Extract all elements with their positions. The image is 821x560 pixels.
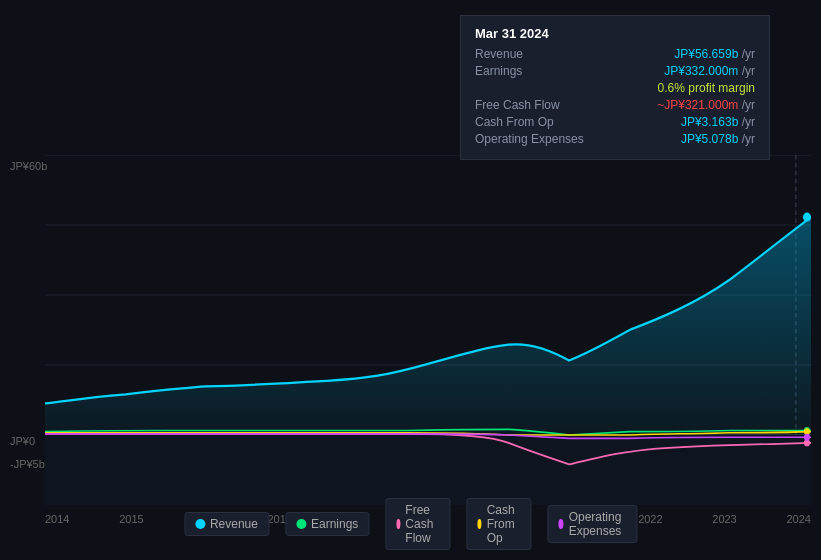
tooltip-profit-margin-value: 0.6% profit margin — [658, 81, 755, 95]
tooltip-earnings-row: Earnings JP¥332.000m /yr — [475, 64, 755, 78]
x-label-2015: 2015 — [119, 513, 143, 525]
tooltip-opex-value: JP¥5.078b /yr — [681, 132, 755, 146]
x-label-2022: 2022 — [638, 513, 662, 525]
legend-revenue[interactable]: Revenue — [184, 512, 269, 536]
legend-dot-earnings — [296, 519, 306, 529]
chart-area — [45, 155, 811, 505]
legend-dot-cashop — [477, 519, 481, 529]
legend-label-fcf: Free Cash Flow — [405, 503, 439, 545]
chart-svg — [45, 155, 811, 505]
tooltip-earnings-value: JP¥332.000m /yr — [664, 64, 755, 78]
x-label-2024: 2024 — [786, 513, 810, 525]
tooltip-revenue-row: Revenue JP¥56.659b /yr — [475, 47, 755, 61]
chart-container: Mar 31 2024 Revenue JP¥56.659b /yr Earni… — [0, 0, 821, 560]
legend-label-opex: Operating Expenses — [569, 510, 626, 538]
legend-label-revenue: Revenue — [210, 517, 258, 531]
tooltip-date: Mar 31 2024 — [475, 26, 755, 41]
legend-label-earnings: Earnings — [311, 517, 358, 531]
opex-dot — [804, 434, 810, 441]
revenue-dot — [803, 213, 811, 222]
legend-dot-revenue — [195, 519, 205, 529]
legend-fcf[interactable]: Free Cash Flow — [385, 498, 450, 550]
revenue-fill — [45, 217, 811, 435]
y-label-zero: JP¥0 — [10, 435, 35, 447]
y-label-top: JP¥60b — [10, 160, 47, 172]
tooltip-revenue-value: JP¥56.659b /yr — [674, 47, 755, 61]
x-label-2014: 2014 — [45, 513, 69, 525]
tooltip-fcf-row: Free Cash Flow ~JP¥321.000m /yr — [475, 98, 755, 112]
tooltip-profit-margin-row: 0.6% profit margin — [475, 81, 755, 95]
tooltip-fcf-value: ~JP¥321.000m /yr — [657, 98, 755, 112]
tooltip-box: Mar 31 2024 Revenue JP¥56.659b /yr Earni… — [460, 15, 770, 160]
tooltip-opex-label: Operating Expenses — [475, 132, 595, 146]
bg-fill — [45, 435, 811, 505]
tooltip-opex-row: Operating Expenses JP¥5.078b /yr — [475, 132, 755, 146]
legend-opex[interactable]: Operating Expenses — [547, 505, 637, 543]
y-label-neg: -JP¥5b — [10, 458, 45, 470]
tooltip-cashop-label: Cash From Op — [475, 115, 595, 129]
tooltip-earnings-label: Earnings — [475, 64, 595, 78]
tooltip-cashop-row: Cash From Op JP¥3.163b /yr — [475, 115, 755, 129]
legend-label-cashop: Cash From Op — [487, 503, 521, 545]
x-label-2023: 2023 — [712, 513, 736, 525]
tooltip-revenue-label: Revenue — [475, 47, 595, 61]
chart-legend: Revenue Earnings Free Cash Flow Cash Fro… — [184, 498, 637, 550]
legend-earnings[interactable]: Earnings — [285, 512, 369, 536]
tooltip-fcf-label: Free Cash Flow — [475, 98, 595, 112]
legend-dot-opex — [558, 519, 563, 529]
tooltip-cashop-value: JP¥3.163b /yr — [681, 115, 755, 129]
legend-dot-fcf — [396, 519, 400, 529]
legend-cashop[interactable]: Cash From Op — [466, 498, 531, 550]
